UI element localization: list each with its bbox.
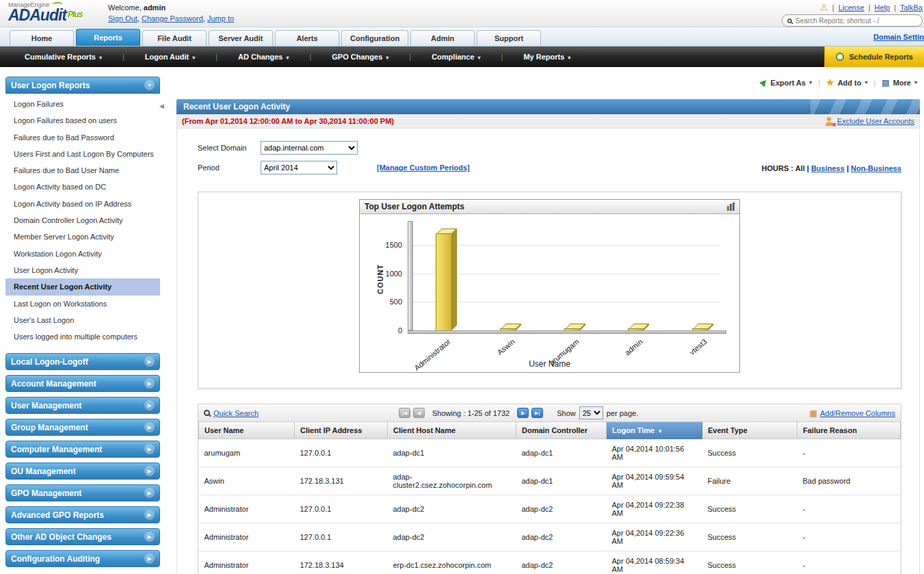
sidebar-section-advanced-gpo-reports[interactable]: Advanced GPO Reports▶ — [5, 506, 160, 523]
sidebar-item-recent-user-logon-activity[interactable]: Recent User Logon Activity — [5, 278, 160, 295]
sidebar-item-logon-activity-based-on-dc[interactable]: Logon Activity based on DC — [5, 179, 160, 195]
select-domain-label: Select Domain — [198, 144, 261, 152]
tab-support[interactable]: Support — [477, 30, 541, 46]
column-header-logon-time[interactable]: Logon Time▼ — [607, 422, 702, 439]
column-header-user-name[interactable]: User Name — [199, 422, 295, 439]
menu-ad-changes[interactable]: AD Changes▾ — [217, 53, 309, 61]
search-input[interactable] — [795, 17, 917, 25]
change-password-link[interactable]: Change Password — [142, 14, 203, 23]
table-row[interactable]: Administrator127.0.0.1adap-dc2adap-dc2Ap… — [199, 523, 901, 551]
sidebar-item-users-first-and-last-logon-by-computers[interactable]: Users First and Last Logon By Computers — [5, 146, 160, 162]
report-filters: Select Domain adap.internal.com Period A… — [198, 137, 901, 192]
manage-custom-periods-link[interactable]: [Manage Custom Periods] — [377, 164, 470, 172]
menu-gpo-changes[interactable]: GPO Changes▾ — [311, 53, 409, 61]
chart-type-icon[interactable] — [727, 203, 735, 211]
table-cell: - — [797, 439, 901, 467]
sidebar-item-last-logon-on-workstations[interactable]: Last Logon on Workstations — [5, 296, 160, 312]
period-select[interactable]: April 2014 — [261, 161, 337, 174]
tab-strip: HomeReportsFile AuditServer AuditAlertsC… — [10, 29, 543, 46]
exclude-user-accounts-link[interactable]: Exclude User Accounts — [837, 117, 914, 125]
hours-all-label: HOURS : All — [762, 164, 805, 172]
exclude-user-icon: ✕ — [825, 117, 834, 126]
menu-logon-audit[interactable]: Logon Audit▾ — [124, 53, 215, 61]
tab-file-audit[interactable]: File Audit — [142, 30, 207, 46]
sidebar-item-user-logon-activity[interactable]: User Logon Activity — [5, 262, 160, 278]
table-row[interactable]: arumugam127.0.0.1adap-dc1adap-dc1Apr 04,… — [199, 439, 901, 467]
column-header-client-ip-address[interactable]: Client IP Address — [295, 422, 388, 439]
sidebar-collapse-handle[interactable]: ◀ — [159, 103, 164, 109]
tab-alerts[interactable]: Alerts — [275, 30, 339, 46]
column-header-event-type[interactable]: Event Type — [702, 422, 797, 439]
sidebar-item-failures-due-to-bad-password[interactable]: Failures due to Bad Password — [5, 129, 160, 146]
content-area: Export As ▾ | ★ Add to ▾ | ▤ More ▾ Rece… — [164, 67, 924, 574]
page-size-select[interactable]: 25 — [579, 406, 603, 419]
more-button[interactable]: ▤ More ▾ — [882, 78, 917, 88]
sidebar-section-group-management[interactable]: Group Management▶ — [5, 419, 160, 436]
chevron-down-icon[interactable]: ▼ — [144, 80, 155, 90]
menu-cumulative-reports[interactable]: Cumulative Reports▾ — [4, 53, 122, 61]
export-as-button[interactable]: Export As ▾ — [761, 79, 813, 87]
hours-business-link[interactable]: Business — [811, 164, 845, 172]
quick-search-button[interactable]: Quick Search — [204, 409, 259, 417]
domain-settings-link[interactable]: Domain Settin — [873, 33, 924, 41]
sidebar-section-other-ad-object-changes[interactable]: Other AD Object Changes▶ — [5, 528, 160, 545]
jump-to-link[interactable]: Jump to — [207, 14, 234, 23]
tab-server-audit[interactable]: Server Audit — [209, 30, 273, 46]
sidebar-section-account-management[interactable]: Account Management▶ — [5, 375, 160, 392]
tab-admin[interactable]: Admin — [410, 30, 475, 46]
sidebar-section-configuration-auditing[interactable]: Configuration Auditing▶ — [5, 550, 160, 567]
sidebar-section-label: Other AD Object Changes — [11, 532, 111, 542]
add-to-button[interactable]: ★ Add to ▾ — [826, 77, 868, 88]
help-link[interactable]: Help — [875, 3, 890, 12]
exclude-user-accounts[interactable]: ✕ Exclude User Accounts — [825, 117, 914, 126]
sidebar-item-failures-due-to-bad-user-name[interactable]: Failures due to Bad User Name — [5, 162, 160, 179]
sidebar-item-logon-failures[interactable]: Logon Failures — [5, 96, 160, 112]
sidebar-item-workstation-logon-activity[interactable]: Workstation Logon Activity — [5, 246, 160, 262]
table-row[interactable]: Administrator127.0.0.1adap-dc2adap-dc2Ap… — [199, 495, 901, 523]
main-nav-tabs: HomeReportsFile AuditServer AuditAlertsC… — [0, 27, 924, 47]
last-page-button[interactable]: ▶| — [531, 408, 543, 418]
sidebar-section-ou-management[interactable]: OU Management▶ — [5, 462, 160, 480]
table-row[interactable]: Administrator172.18.3.134erp-dc1.csez.zo… — [199, 551, 901, 574]
domain-select[interactable]: adap.internal.com — [261, 141, 358, 155]
tab-reports[interactable]: Reports — [76, 29, 140, 46]
reports-menubar: Cumulative Reports▾|Logon Audit▾|AD Chan… — [0, 47, 924, 67]
column-header-client-host-name[interactable]: Client Host Name — [388, 422, 516, 439]
hours-nonbusiness-link[interactable]: Non-Business — [851, 164, 901, 172]
sidebar-item-user-s-last-logon[interactable]: User's Last Logon — [5, 312, 160, 328]
chart-body: COUNT 050010001500AdministratorAswinarum… — [360, 214, 739, 372]
chevron-right-icon: ▶ — [144, 532, 155, 542]
sign-out-link[interactable]: Sign Out — [108, 14, 137, 23]
next-page-button[interactable]: ▶ — [517, 408, 529, 418]
sidebar-item-users-logged-into-multiple-computers[interactable]: Users logged into multiple computers — [5, 328, 160, 345]
table-row[interactable]: Aswin172.18.3.131adap-cluster2.csez.zoho… — [199, 467, 901, 495]
add-remove-columns-button[interactable]: ▦ Add/Remove Columns — [810, 408, 895, 418]
sidebar-section-user-logon-reports[interactable]: User Logon Reports ▼ — [5, 77, 160, 94]
tab-configuration[interactable]: Configuration — [341, 30, 408, 46]
sidebar-section-user-management[interactable]: User Management▶ — [5, 397, 160, 414]
schedule-reports-button[interactable]: Schedule Reports — [824, 47, 924, 67]
talkback-link[interactable]: TalkBa — [900, 3, 923, 12]
sidebar-item-logon-failures-based-on-users[interactable]: Logon Failures based on users — [5, 112, 160, 129]
first-page-button[interactable]: |◀ — [399, 408, 410, 418]
sidebar-section-local-logon-logoff[interactable]: Local Logon-Logoff▶ — [5, 353, 160, 370]
prev-page-button[interactable]: ◀ — [413, 408, 425, 418]
sidebar-section-label: OU Management — [11, 467, 76, 476]
table-cell: adap-dc2 — [516, 495, 607, 523]
sidebar-section-computer-management[interactable]: Computer Management▶ — [5, 441, 160, 458]
warning-icon[interactable]: ⚠ — [820, 2, 828, 12]
sidebar-item-logon-activity-based-on-ip-address[interactable]: Logon Activity based on IP Address — [5, 196, 160, 212]
sidebar: User Logon Reports ▼ Logon FailuresLogon… — [0, 67, 164, 574]
table-cell: adap-dc1 — [516, 467, 607, 495]
license-link[interactable]: License — [839, 3, 864, 12]
sidebar-section-gpo-management[interactable]: GPO Management▶ — [5, 484, 160, 501]
sidebar-item-domain-controller-logon-activity[interactable]: Domain Controller Logon Activity — [5, 212, 160, 229]
column-header-domain-controller[interactable]: Domain Controller — [516, 422, 607, 439]
menu-compliance[interactable]: Compliance▾ — [411, 53, 501, 61]
sidebar-section-label: User Management — [11, 401, 81, 410]
search-box[interactable] — [782, 14, 923, 27]
sidebar-item-member-server-logon-activity[interactable]: Member Server Logon Activity — [5, 229, 160, 245]
column-header-failure-reason[interactable]: Failure Reason — [797, 422, 901, 439]
menu-my-reports[interactable]: My Reports▾ — [503, 53, 591, 61]
tab-home[interactable]: Home — [10, 30, 74, 46]
